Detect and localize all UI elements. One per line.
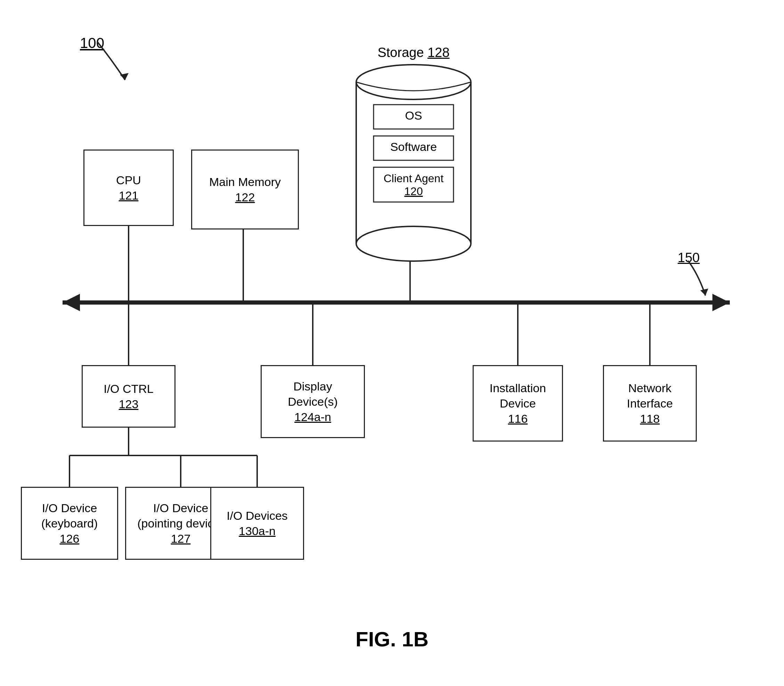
network-ref: 118	[640, 411, 660, 426]
storage-cylinder: Storage 128 OS Software Client Agent	[354, 45, 473, 265]
display-ref: 124a-n	[294, 409, 331, 425]
svg-marker-1	[62, 294, 80, 311]
io-devices-label: I/O Devices	[227, 508, 288, 523]
svg-point-19	[356, 226, 471, 261]
figure-label: FIG. 1B	[0, 627, 784, 651]
installation-ref: 116	[508, 411, 528, 426]
main-memory-box: Main Memory 122	[191, 150, 299, 229]
cpu-label: CPU	[116, 172, 141, 188]
io-devices-ref: 130a-n	[239, 523, 275, 539]
diagram-ref-100: 100	[80, 35, 104, 51]
display-box: DisplayDevice(s) 124a-n	[261, 365, 365, 438]
svg-text:Client Agent: Client Agent	[384, 172, 444, 185]
io-pointing-ref: 127	[171, 531, 191, 546]
svg-marker-2	[712, 294, 730, 311]
svg-marker-27	[700, 289, 708, 296]
network-box: NetworkInterface 118	[603, 365, 697, 441]
main-memory-ref: 122	[235, 189, 255, 205]
svg-point-16	[356, 65, 471, 100]
svg-text:OS: OS	[405, 109, 422, 122]
io-keyboard-ref: 126	[60, 531, 80, 546]
storage-ref: 128	[427, 45, 449, 60]
installation-label: InstallationDevice	[490, 381, 546, 411]
main-memory-label: Main Memory	[209, 174, 281, 189]
io-keyboard-label: I/O Device(keyboard)	[41, 500, 98, 531]
bus-ref-label: 150	[678, 250, 699, 265]
cpu-box: CPU 121	[83, 150, 174, 226]
svg-text:Software: Software	[390, 140, 437, 154]
storage-label: Storage 128	[377, 45, 449, 60]
cpu-ref: 121	[119, 188, 139, 203]
io-ctrl-label: I/O CTRL	[104, 381, 153, 396]
io-devices-box: I/O Devices 130a-n	[210, 487, 304, 560]
svg-marker-15	[120, 73, 129, 80]
io-ctrl-box: I/O CTRL 123	[81, 365, 176, 428]
svg-text:120: 120	[404, 185, 422, 198]
io-ctrl-ref: 123	[119, 396, 139, 412]
installation-box: InstallationDevice 116	[473, 365, 563, 441]
display-label: DisplayDevice(s)	[288, 379, 338, 409]
io-keyboard-box: I/O Device(keyboard) 126	[21, 487, 118, 560]
network-label: NetworkInterface	[627, 381, 673, 411]
